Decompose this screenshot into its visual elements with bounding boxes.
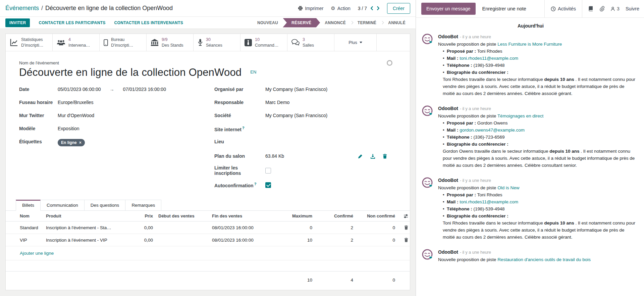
timezone-field[interactable]: Europe/Bruxelles <box>58 100 94 105</box>
total-non-confirme: 0 <box>356 278 398 283</box>
stat-button-row: StatistiquesD'inscripti… 4Intervena… Bur… <box>6 34 410 51</box>
tab-billets[interactable]: Billets <box>16 200 41 211</box>
odoobot-avatar <box>421 33 433 97</box>
lead-link[interactable]: Less Furniture is More Furniture <box>497 42 562 47</box>
trash-icon[interactable] <box>383 154 387 159</box>
message-intro: Nouvelle proposition de piste <box>438 185 496 190</box>
stat-button-registration-desk[interactable]: BureauD'inscripti… <box>100 34 147 51</box>
lead-link[interactable]: Témoignages en direct <box>497 113 543 118</box>
column-prix[interactable]: Prix <box>125 213 156 218</box>
stage-termine[interactable]: TERMINÉ <box>353 20 381 25</box>
bullet-biography: Biographie du conférencier : <box>443 141 637 148</box>
delete-row-trash-icon[interactable] <box>398 238 411 242</box>
email-link[interactable]: toni.rhodes11@example.com <box>460 56 518 61</box>
delete-row-trash-icon[interactable] <box>398 225 411 230</box>
column-confirme[interactable]: Confirmé <box>315 213 356 218</box>
empty-table-area <box>6 260 410 272</box>
more-stat-buttons-dropdown[interactable]: Plus <box>334 34 377 51</box>
website-label: Site internet? <box>214 126 265 132</box>
lead-link[interactable]: Old is New <box>497 185 519 190</box>
stat-button-orders[interactable]: 10Command… <box>240 34 287 51</box>
clock-icon <box>551 6 556 11</box>
stat-button-booths[interactable]: 9/9Des Stands <box>147 34 194 51</box>
download-icon[interactable] <box>370 154 375 159</box>
organizer-field[interactable]: My Company (San Francisco) <box>265 87 327 92</box>
autoconfirm-checkbox[interactable] <box>265 182 271 188</box>
column-non-confirme[interactable]: Non confirmé <box>356 213 398 218</box>
breadcrumb-record-name: Découverte en ligne de la collection Ope… <box>45 5 173 11</box>
optional-columns-icon[interactable] <box>398 214 411 218</box>
ticket-row-vip[interactable]: VIP Inscription à l'événement - VIP 0,00… <box>6 234 410 246</box>
email-link[interactable]: toni.rhodes11@example.com <box>460 199 518 204</box>
message-thread: Aujourd'hui OdooBot- il y a une heure No… <box>416 18 644 296</box>
stage-nouveau[interactable]: NOUVEAU <box>253 20 283 25</box>
company-field[interactable]: My Company (San Francisco) <box>265 113 327 118</box>
invite-button[interactable]: INVITER <box>5 18 30 27</box>
message-author[interactable]: OdooBot <box>438 249 458 255</box>
activities-button[interactable]: Activités <box>551 6 576 11</box>
date-end-field[interactable]: 07/01/2023 16:00:00 <box>123 87 166 92</box>
tab-communication[interactable]: Communication <box>41 200 85 210</box>
paperclip-icon[interactable] <box>599 6 604 11</box>
stat-button-rooms[interactable]: 3Salles <box>287 34 334 51</box>
action-bar: INVITER CONTACTER LES PARTICIPANTS CONTA… <box>0 17 416 29</box>
limit-registrations-checkbox[interactable] <box>265 168 271 174</box>
stat-button-registration-statistics[interactable]: StatistiquesD'inscripti… <box>6 34 53 51</box>
tab-questions[interactable]: Des questions <box>85 200 126 210</box>
contact-speakers-button[interactable]: CONTACTER LES INTERVENANTS <box>114 20 183 25</box>
tag-remove-icon[interactable]: × <box>79 140 82 145</box>
event-name-input[interactable]: Découverte en ligne de la collection Ope… <box>19 66 241 79</box>
followers-button[interactable]: 3 <box>610 6 620 11</box>
responsible-field[interactable]: Marc Demo <box>265 100 289 105</box>
book-log-icon[interactable] <box>588 6 593 11</box>
stage-annonce[interactable]: ANNONCÉ <box>320 20 351 25</box>
floorplan-label: Plan du salon <box>214 153 265 159</box>
record-pager: 3 / 7 <box>358 6 380 11</box>
column-debut-ventes[interactable]: Début des ventes <box>156 213 209 218</box>
bullet-mail: Mail : toni.rhodes11@example.com <box>443 198 637 205</box>
breadcrumb-events-link[interactable]: Événements <box>5 5 39 11</box>
pager-next-icon[interactable] <box>377 6 380 10</box>
log-note-button[interactable]: Enregistrer une note <box>482 6 526 11</box>
contact-participants-button[interactable]: CONTACTER LES PARTICIPANTS <box>39 20 105 25</box>
ticket-row-standard[interactable]: Standard Inscription à l'événement - Sta… <box>6 221 410 234</box>
bullet-mail: Mail : toni.rhodes11@example.com <box>443 55 637 62</box>
translation-language-badge[interactable]: EN <box>250 69 256 75</box>
stat-button-sessions[interactable]: 30Séances <box>194 34 240 51</box>
stage-reserve-current[interactable]: RÉSERVÉ <box>283 18 320 28</box>
follow-button[interactable]: Suivre <box>626 6 639 11</box>
message-author[interactable]: OdooBot <box>438 34 458 39</box>
pager-value: 3 / 7 <box>358 6 367 11</box>
add-line-link[interactable]: Ajouter une ligne <box>20 251 54 256</box>
email-link[interactable]: gordon.owens47@example.com <box>460 128 525 133</box>
twitter-wall-field[interactable]: Mur d'OpenWood <box>58 113 94 118</box>
tab-remarques[interactable]: Remarques <box>125 200 161 210</box>
total-confirme: 4 <box>315 278 356 283</box>
action-menu-button[interactable]: ⚙ Action <box>331 5 350 11</box>
floorplan-file-size[interactable]: 63.84 Kb <box>265 153 284 159</box>
column-produit[interactable]: Produit <box>43 213 125 218</box>
message-timestamp: - il y a une heure <box>460 250 491 255</box>
chatter-message: OdooBot- il y a une heure Nouvelle propo… <box>421 105 640 169</box>
stage-annule[interactable]: ANNULÉ <box>383 20 410 25</box>
kanban-state-icon[interactable] <box>387 60 392 66</box>
stat-button-speakers[interactable]: 4Intervena… <box>53 34 100 51</box>
odoobot-avatar <box>421 177 433 241</box>
message-timestamp: - il y a une heure <box>460 178 491 183</box>
template-field[interactable]: Exposition <box>58 126 79 131</box>
date-start-field[interactable]: 05/01/2023 06:00:00 <box>58 87 101 92</box>
pager-previous-icon[interactable] <box>370 6 373 10</box>
edit-pencil-icon[interactable] <box>358 154 363 159</box>
send-message-button[interactable]: Envoyer un message <box>421 3 476 15</box>
message-timestamp: - il y a une heure <box>460 35 491 39</box>
column-nom[interactable]: Nom <box>6 213 43 218</box>
print-button[interactable]: Imprimer <box>298 6 323 11</box>
create-button[interactable]: Créer <box>387 3 410 14</box>
column-fin-ventes[interactable]: Fin des ventes <box>209 213 283 218</box>
lead-link[interactable]: Restauration d'anciens outils de travail… <box>497 257 591 262</box>
message-author[interactable]: OdooBot <box>438 178 458 183</box>
column-maximum[interactable]: Maximum <box>283 213 315 218</box>
message-author[interactable]: OdooBot <box>438 106 458 111</box>
tag-en-ligne: En ligne× <box>58 139 85 146</box>
message-intro: Nouvelle proposition de piste <box>438 42 496 47</box>
